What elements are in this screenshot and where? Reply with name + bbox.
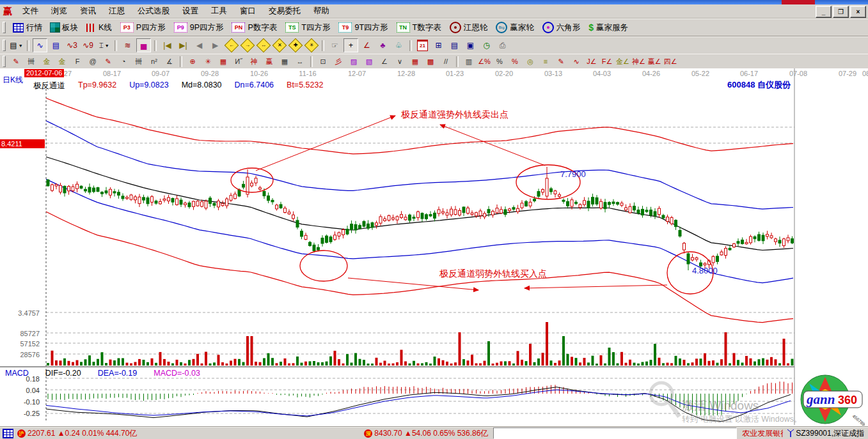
draw-star-burst[interactable]: ✳ (201, 56, 215, 68)
tool-flower-tool[interactable]: ♣ (375, 38, 390, 52)
toolbar-p-square[interactable]: P3P四方形 (116, 21, 170, 35)
menu-item-6[interactable]: 工具 (205, 4, 233, 18)
draw-vlines-2[interactable]: 卌 (132, 56, 146, 68)
tool-gann-right[interactable]: → (240, 38, 255, 52)
tool-gann-star[interactable]: ✳ (304, 38, 319, 52)
tool-region-zoom[interactable]: ∿ (33, 38, 47, 52)
tool-gann-left[interactable]: ← (224, 38, 239, 52)
draw-percent-angle[interactable]: ∠% (477, 56, 491, 68)
menu-item-1[interactable]: 浏览 (45, 4, 74, 18)
draw-k-mark[interactable]: И˝ (232, 56, 246, 68)
draw-grid-fan-1[interactable]: ▨ (347, 56, 361, 68)
toolbar-9p-square[interactable]: P99P四方形 (170, 21, 228, 35)
menu-item-4[interactable]: 公式选股 (131, 4, 176, 18)
draw-grid-123[interactable]: ▦ (278, 56, 292, 68)
tool-next-page[interactable]: ▶ (208, 38, 223, 52)
tool-printer[interactable]: ⎙ (495, 38, 510, 52)
stock-label[interactable]: 600848 自仪股份 (727, 79, 791, 91)
tool-brain-tool[interactable]: ♧ (391, 38, 406, 52)
tool-calculator[interactable]: ⊞ (431, 38, 446, 52)
tool-world-clock[interactable]: ◷ (479, 38, 494, 52)
toolbar-t-square[interactable]: TST四方形 (281, 21, 334, 35)
toolbar-p-number-table[interactable]: PNP数字表 (228, 21, 281, 35)
draw-percent-line[interactable]: % (508, 56, 522, 68)
period-label[interactable]: 日K线 (3, 75, 23, 86)
draw-ray-fan[interactable]: 彡 (331, 56, 345, 68)
draw-gold-hlines[interactable]: ≡ (539, 56, 553, 68)
draw-gann-vlines[interactable]: 卌 (24, 56, 38, 68)
draw-gold-circle[interactable]: ◎ (523, 56, 537, 68)
draw-grid-box[interactable]: ▦ (216, 56, 230, 68)
menu-item-8[interactable]: 交易委托 (262, 4, 307, 18)
tool-prev-page[interactable]: ◀ (192, 38, 207, 52)
toolbar-gann-wheel[interactable]: 江恩轮 (446, 20, 492, 35)
tool-info-panel[interactable]: ▤ (49, 38, 63, 52)
quote-grid-icon[interactable] (3, 429, 13, 438)
draw-grid-red-1[interactable]: ▦ (408, 56, 422, 68)
status-input-box[interactable] (493, 427, 737, 439)
tool-pattern-tool[interactable]: ≋ (120, 38, 135, 52)
tool-last-page[interactable]: ▶| (176, 38, 191, 52)
draw-angle-fan[interactable]: ∠ (377, 56, 391, 68)
draw-gold-section-1[interactable]: 金 (40, 56, 54, 68)
draw-price-pen[interactable]: ✎ (554, 56, 568, 68)
tool-gann-plus[interactable]: ✚ (288, 38, 303, 52)
draw-j-angle[interactable]: J∠ (585, 56, 599, 68)
tool-period-selector[interactable]: ▤▼ (9, 38, 24, 52)
draw-wave-tool[interactable]: ∿ (569, 56, 583, 68)
draw-column-count[interactable]: ▥ (462, 56, 476, 68)
draw-time-circle[interactable]: ◔ (116, 56, 130, 68)
close-button[interactable]: × (850, 6, 866, 18)
draw-shen-angle[interactable]: 神∠ (631, 56, 646, 68)
toolbar-grip[interactable] (3, 56, 6, 67)
toolbar-kline[interactable]: K线 (83, 21, 116, 35)
tool-candle-style[interactable]: ⌶▼ (97, 38, 111, 52)
minimize-button[interactable]: _ (816, 6, 832, 18)
draw-target-cross[interactable]: ⊕ (185, 56, 200, 68)
current-index-label[interactable]: SZ399001,深证成指 (796, 428, 864, 439)
draw-ying-tool[interactable]: 赢 (262, 56, 276, 68)
toolbar-winner-service[interactable]: $赢家服务 (585, 21, 632, 35)
tool-mini-chart-3[interactable]: ∿3 (65, 38, 79, 52)
draw-grid-fan-2[interactable]: ▧ (362, 56, 376, 68)
draw-si-angle[interactable]: 四∠ (663, 56, 678, 68)
draw-parallel-lines[interactable]: // (439, 56, 453, 68)
toolbar-grip[interactable] (3, 22, 6, 33)
draw-protractor[interactable]: ∡ (162, 56, 177, 68)
draw-f-angle[interactable]: F∠ (600, 56, 614, 68)
draw-fibo-lines[interactable]: F (70, 56, 84, 68)
tool-gann-cross[interactable]: ✕ (272, 38, 287, 52)
toolbar-9t-square[interactable]: T99T四方形 (335, 21, 391, 35)
menu-item-5[interactable]: 设置 (176, 4, 205, 18)
draw-shen-tool[interactable]: 神 (247, 56, 261, 68)
draw-ying-angle[interactable]: 赢∠ (647, 56, 662, 68)
toolbar-grip[interactable] (3, 40, 6, 51)
toolbar-hexagon[interactable]: 六角形 (539, 20, 585, 35)
tool-gann-both[interactable]: ↔ (256, 38, 271, 52)
draw-draw-pen[interactable]: ✎ (9, 56, 23, 68)
draw-percent[interactable]: % (493, 56, 507, 68)
menu-item-3[interactable]: 江恩 (102, 4, 131, 18)
tool-color-histogram[interactable]: ▅ (136, 38, 151, 52)
shanghai-index-icon[interactable]: 沪 (17, 429, 26, 438)
toolbar-t-number-table[interactable]: TNT数字表 (393, 21, 445, 35)
tool-calendar[interactable]: 21 (415, 38, 430, 52)
menu-item-2[interactable]: 资讯 (74, 4, 102, 18)
draw-spiral-tool[interactable]: @ (86, 56, 100, 68)
draw-span-arrow[interactable]: ↔ (293, 56, 307, 68)
chart-panel[interactable]: 07-2708-1709-0709-2810-2611-1612-0712-28… (0, 68, 868, 426)
tool-save[interactable]: ▣ (463, 38, 478, 52)
tool-angle-zoom[interactable]: ∠ (359, 38, 374, 52)
menu-item-0[interactable]: 文件 (16, 4, 45, 18)
toolbar-winner-wheel[interactable]: Big赢家轮 (492, 20, 538, 35)
toolbar-sectors[interactable]: 板块 (47, 21, 82, 35)
tool-notepad[interactable]: ▤ (447, 38, 462, 52)
draw-pen-measure[interactable]: ✎ (101, 56, 115, 68)
tool-first-page[interactable]: |◀ (160, 38, 175, 52)
draw-gold-angle[interactable]: 金∠ (615, 56, 630, 68)
tool-mini-chart-9[interactable]: ∿9 (81, 38, 95, 52)
draw-gold-section-2[interactable]: 金 (55, 56, 69, 68)
draw-grid-red-2[interactable]: ▩ (423, 56, 438, 68)
toolbar-quotes[interactable]: 行情 (9, 21, 46, 35)
tool-hand-tool[interactable]: ☞ (327, 38, 342, 52)
